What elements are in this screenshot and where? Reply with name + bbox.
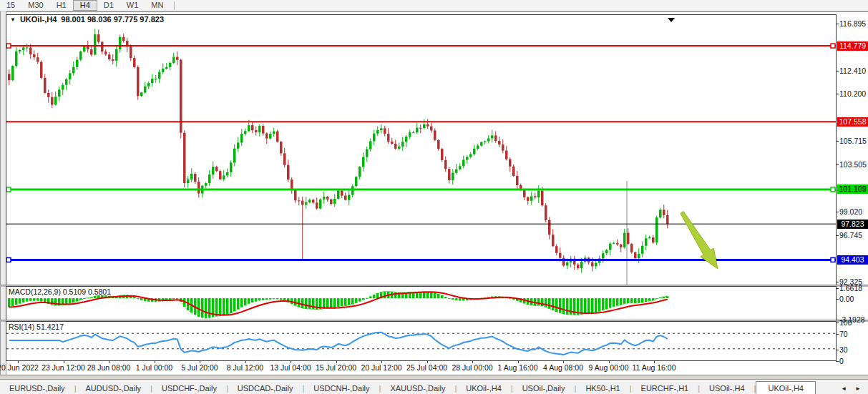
candle-body	[595, 263, 598, 267]
time-axis-label: 5 Jul 20:00	[181, 363, 218, 372]
candle-body	[652, 237, 655, 242]
axis-tick-mark	[836, 361, 839, 362]
tab-scroll-left-icon[interactable]: ◄	[841, 385, 847, 392]
candle-body	[255, 130, 258, 132]
time-axis-label: 23 Jun 12:00	[42, 363, 85, 372]
candle-body	[666, 215, 669, 224]
candle-body	[155, 79, 157, 79]
candle-body	[394, 144, 397, 149]
chart-tab-active[interactable]: UKOil-,H4	[756, 381, 816, 394]
chart-tab-usdcad-daily[interactable]: USDCAD-,Daily	[228, 382, 303, 394]
candle-body	[104, 51, 107, 54]
candle-body	[198, 182, 200, 193]
candle-body	[187, 179, 190, 183]
timeframe-button-mn[interactable]: MN	[145, 0, 170, 11]
candle-body	[545, 205, 547, 220]
candle-body	[434, 130, 437, 139]
macd-histogram-bar	[26, 298, 29, 301]
chart-shift-marker-icon[interactable]	[668, 18, 675, 22]
timeframe-button-h1[interactable]: H1	[50, 0, 73, 11]
candle-body	[62, 85, 64, 90]
candle-body	[8, 74, 11, 80]
chart-tab-xauusd-daily[interactable]: XAUUSD-,Daily	[381, 382, 454, 394]
macd-histogram-bar	[36, 298, 39, 300]
candle-body	[326, 197, 329, 200]
hline-handle-left[interactable]	[6, 187, 11, 192]
chart-tab-usdcnh-daily[interactable]: USDCNH-,Daily	[304, 382, 379, 394]
candle-body	[165, 67, 168, 69]
chart-tab-eurusd-daily[interactable]: EURUSD-,Daily	[0, 382, 74, 394]
price-level-tag-94.403: 94.403	[837, 255, 868, 265]
candle-body	[33, 54, 36, 57]
macd-histogram-bar	[537, 298, 540, 305]
tab-scroll-right-icon[interactable]: ►	[855, 385, 861, 392]
chart-tab-usoil-h4[interactable]: USOil-,H4	[700, 382, 754, 394]
macd-histogram-bar	[638, 298, 640, 303]
candle-body	[122, 37, 125, 41]
hline-handle-left[interactable]	[6, 257, 11, 262]
chart-tab-eurchf-h1[interactable]: EURCHF-,H1	[632, 382, 698, 394]
hline-handle-right[interactable]	[831, 257, 835, 262]
candle-body	[641, 246, 644, 254]
hline-handle-left[interactable]	[6, 44, 11, 48]
macd-histogram-bar	[230, 298, 233, 313]
timeframe-button-15[interactable]: 15	[0, 0, 21, 11]
time-axis-label: 4 Aug 08:00	[543, 363, 583, 372]
axis-tick-mark	[836, 299, 839, 300]
chart-tab-hk50-h1[interactable]: HK50-,H1	[576, 382, 629, 394]
candle-body	[645, 238, 648, 245]
hline-handle-right[interactable]	[831, 44, 835, 48]
candle-body	[65, 79, 68, 85]
candle-body	[630, 244, 633, 252]
tab-scroll-controls: ◄►	[841, 385, 861, 394]
candle-body	[530, 196, 533, 200]
candle-body	[580, 262, 583, 268]
candle-body	[366, 149, 369, 157]
candle-body	[566, 262, 569, 266]
timeframe-button-d1[interactable]: D1	[97, 0, 120, 11]
candle-body	[423, 124, 426, 128]
timeframe-button-h4[interactable]: H4	[73, 0, 97, 11]
candle-body	[212, 167, 215, 174]
macd-histogram-bar	[205, 298, 208, 318]
chart-dropdown-icon[interactable]: ▼	[10, 16, 16, 23]
candle-body	[455, 169, 458, 173]
macd-histogram-bar	[645, 298, 648, 302]
time-axis-label: 15 Jul 20:00	[316, 363, 356, 372]
macd-histogram-bar	[22, 298, 25, 302]
candle-body	[441, 149, 444, 160]
candle-body	[94, 34, 97, 54]
macd-histogram-bar	[330, 298, 333, 308]
candle-body	[512, 167, 515, 176]
candle-body	[516, 176, 519, 185]
macd-histogram-bar	[595, 298, 598, 312]
candle-body	[215, 167, 218, 171]
timeframe-button-m30[interactable]: M30	[21, 0, 49, 11]
chart-tab-usoil-daily[interactable]: USOil-,Daily	[513, 382, 575, 394]
macd-histogram-bar	[652, 298, 655, 300]
chart-tab-usdchf-daily[interactable]: USDCHF-,Daily	[152, 382, 226, 394]
timeframe-button-w1[interactable]: W1	[120, 0, 145, 11]
price-level-tag-107.558: 107.558	[837, 117, 868, 127]
candle-body	[301, 201, 304, 205]
macd-histogram-bar	[434, 292, 437, 298]
price-tick-label: 116.895	[839, 19, 866, 28]
candle-body	[505, 151, 508, 159]
candle-body	[473, 149, 476, 154]
candle-body	[437, 140, 440, 149]
candle-body	[355, 177, 358, 186]
chart-tab-audusd-daily[interactable]: AUDUSD-,Daily	[76, 382, 150, 394]
candle-body	[51, 97, 54, 105]
candle-body	[616, 243, 619, 245]
chart-tab-ukoil-h4[interactable]: UKOil-,H4	[457, 382, 511, 394]
candle-body	[223, 175, 225, 179]
macd-histogram-bar	[251, 298, 254, 302]
hline-handle-right[interactable]	[831, 187, 835, 192]
candle-body	[312, 200, 315, 202]
price-chart-svg[interactable]	[6, 15, 836, 285]
candle-body	[484, 142, 487, 142]
candle-body	[376, 130, 379, 134]
axis-tick-mark	[836, 350, 839, 350]
macd-histogram-bar	[11, 298, 14, 306]
candle-body	[344, 196, 347, 200]
